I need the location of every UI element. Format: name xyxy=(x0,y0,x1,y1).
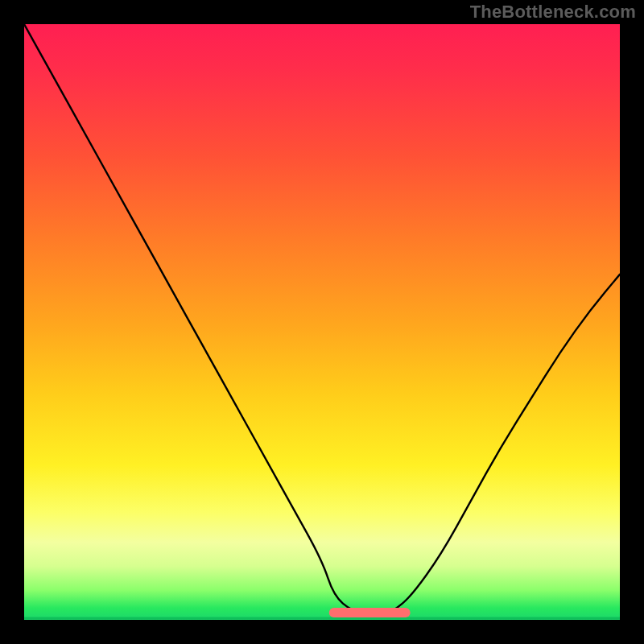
bottleneck-curve xyxy=(24,24,620,614)
chart-frame: TheBottleneck.com xyxy=(0,0,644,644)
plot-area xyxy=(24,24,620,620)
chart-svg xyxy=(24,24,620,620)
watermark-text: TheBottleneck.com xyxy=(470,2,636,23)
